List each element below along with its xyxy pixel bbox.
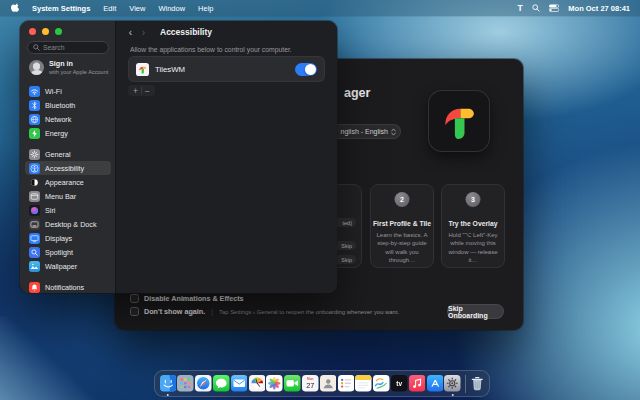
sidebar-item-label: General: [45, 150, 71, 159]
dock-contacts-icon[interactable]: [319, 370, 337, 397]
disable-animations-checkbox[interactable]: [130, 294, 139, 303]
sidebar-item-label: Menu Bar: [45, 192, 76, 201]
menu-edit[interactable]: Edit: [103, 4, 116, 13]
window-controls: [29, 28, 62, 35]
sidebar-item-label: Accessibility: [45, 164, 84, 173]
menu-bar: System Settings Edit View Window Help T …: [0, 0, 640, 16]
dock-facetime-icon[interactable]: [284, 370, 302, 397]
tileswm-status-item[interactable]: T: [518, 3, 524, 13]
sidebar-item-displays[interactable]: Displays: [25, 231, 111, 245]
remove-app-button[interactable]: −: [142, 86, 153, 96]
add-app-button[interactable]: +: [130, 86, 141, 96]
settings-sidebar: Search Sign in with your Apple Account W…: [20, 21, 116, 293]
sidebar-item-bluetooth[interactable]: Bluetooth: [25, 98, 111, 112]
onboarding-tip: Tap Settings › General to reopen the onb…: [219, 309, 399, 315]
add-remove-controls: + −: [128, 85, 155, 96]
general-icon: [29, 149, 40, 160]
dock-appstore-icon[interactable]: [426, 370, 444, 397]
dont-show-again-checkbox[interactable]: [130, 307, 139, 316]
dock-messages-icon[interactable]: [212, 370, 230, 397]
sidebar-item-desktop-dock[interactable]: Desktop & Dock: [25, 217, 111, 231]
spotlight-icon: [29, 247, 40, 258]
sidebar-item-wallpaper[interactable]: Wallpaper: [25, 259, 111, 273]
card-title: First Profile & Tile: [371, 220, 433, 227]
app-row-name: TilesWM: [155, 65, 185, 74]
forward-button[interactable]: ›: [137, 26, 150, 39]
sidebar-item-appearance[interactable]: Appearance: [25, 175, 111, 189]
wallpaper-icon: [29, 261, 40, 272]
dock-settings-icon[interactable]: [444, 370, 462, 397]
dock-trash-icon[interactable]: [469, 370, 487, 397]
sidebar-item-label: Siri: [45, 206, 55, 215]
energy-icon: [29, 128, 40, 139]
skip-pill-1[interactable]: Skip: [334, 241, 356, 250]
menu-bar-clock[interactable]: Mon Oct 27 08:41: [568, 4, 630, 13]
control-center-icon[interactable]: [549, 4, 559, 12]
dock-tv-icon[interactable]: tv: [390, 370, 408, 397]
close-button[interactable]: [29, 28, 36, 35]
sidebar-item-label: Energy: [45, 129, 68, 138]
sidebar-item-accessibility[interactable]: Accessibility: [25, 161, 111, 175]
dock-clock-icon[interactable]: [248, 370, 266, 397]
bluetooth-icon: [29, 100, 40, 111]
tileswm-toggle[interactable]: [295, 63, 317, 76]
minimize-button[interactable]: [42, 28, 49, 35]
dock-calendar-icon[interactable]: Mon27: [301, 370, 319, 397]
sidebar-item-spotlight[interactable]: Spotlight: [25, 245, 111, 259]
skip-onboarding-button[interactable]: Skip Onboarding: [447, 304, 504, 319]
pane-description: Allow the applications below to control …: [130, 46, 292, 53]
dock-safari-icon[interactable]: [195, 370, 213, 397]
sidebar-item-menu-bar[interactable]: Menu Bar: [25, 189, 111, 203]
tileswm-app-icon: [428, 90, 490, 152]
sidebar-group-2: Notifications: [25, 280, 111, 293]
dock-separator: [462, 370, 469, 397]
notifications-icon: [29, 282, 40, 293]
language-select-value: nglish - English: [341, 128, 388, 135]
system-settings-window: Search Sign in with your Apple Account W…: [20, 21, 337, 293]
sidebar-group-1: GeneralAccessibilityAppearanceMenu BarSi…: [25, 147, 111, 273]
desktop: ager nglish - English ted) Skip Skip 2 F…: [0, 0, 640, 400]
toggle-knob: [305, 64, 316, 75]
allowed-apps-list: TilesWM: [128, 56, 325, 82]
sidebar-item-energy[interactable]: Energy: [25, 126, 111, 140]
sidebar-item-label: Desktop & Dock: [45, 220, 97, 229]
updown-chevrons-icon: [391, 128, 396, 136]
menu-help[interactable]: Help: [198, 4, 213, 13]
sidebar-item-siri[interactable]: Siri: [25, 203, 111, 217]
card-body: Learn the basics. A step-by-step guide w…: [375, 231, 429, 265]
dock-reminders-icon[interactable]: [337, 370, 355, 397]
back-button[interactable]: ‹: [124, 26, 137, 39]
svg-text:tv: tv: [396, 380, 402, 387]
apple-menu-icon[interactable]: [10, 3, 19, 14]
onboarding-card-overlay: 3 Try the Overlay Hold "⌥ Left"-Key whil…: [441, 184, 505, 268]
app-menu[interactable]: System Settings: [32, 4, 90, 13]
tileswm-row-icon: [136, 63, 149, 76]
skip-pill-2[interactable]: Skip: [334, 255, 356, 264]
search-input[interactable]: Search: [27, 41, 109, 54]
sidebar-item-wi-fi[interactable]: Wi-Fi: [25, 84, 111, 98]
sidebar-group-0: Wi-FiBluetoothNetworkEnergy: [25, 84, 111, 140]
dock-freeform-icon[interactable]: [373, 370, 391, 397]
menu-view[interactable]: View: [129, 4, 145, 13]
dock-photos-icon[interactable]: [266, 370, 284, 397]
displays-icon: [29, 233, 40, 244]
dock-finder-icon[interactable]: [159, 370, 177, 397]
sidebar-item-network[interactable]: Network: [25, 112, 111, 126]
sidebar-item-label: Notifications: [45, 283, 84, 292]
desktopdock-icon: [29, 219, 40, 230]
menu-window[interactable]: Window: [158, 4, 185, 13]
zoom-button[interactable]: [55, 28, 62, 35]
sign-in-row[interactable]: Sign in with your Apple Account: [29, 60, 108, 75]
dock-launchpad-icon[interactable]: [177, 370, 195, 397]
appearance-icon: [29, 177, 40, 188]
sidebar-item-label: Network: [45, 115, 71, 124]
sidebar-item-label: Bluetooth: [45, 101, 75, 110]
navigation-buttons: ‹ ›: [124, 26, 150, 39]
svg-text:27: 27: [306, 381, 314, 390]
sidebar-item-notifications[interactable]: Notifications: [25, 280, 111, 293]
dock-notes-icon[interactable]: [355, 370, 373, 397]
dock-music-icon[interactable]: [408, 370, 426, 397]
sidebar-item-general[interactable]: General: [25, 147, 111, 161]
spotlight-menu-icon[interactable]: [532, 4, 540, 12]
dock-mail-icon[interactable]: [230, 370, 248, 397]
